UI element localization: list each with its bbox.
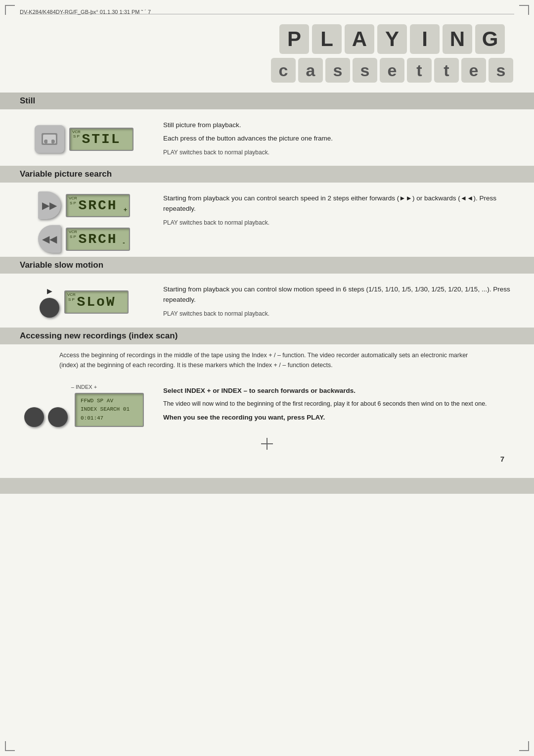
tape-icon (41, 132, 58, 146)
still-lcd-label: VCRS P (72, 130, 81, 139)
vsm-right-col: Starting from playback you can control s… (163, 283, 514, 321)
index-intro: Access the beginning of recordings in th… (59, 350, 475, 370)
index-desc3: When you see the recording you want, pre… (163, 413, 514, 423)
vps-play-note: PLAY switches back to normal playback. (163, 218, 514, 228)
still-desc1: Still picture from playback. (163, 120, 514, 131)
index-desc1: Select INDEX + or INDEX – to search forw… (163, 386, 514, 396)
title-cassettes: c a s s e t t e s (270, 57, 514, 84)
index-btn-plus[interactable] (48, 407, 68, 427)
still-desc2: Each press of the button advances the pi… (163, 134, 514, 144)
vsm-content-row: ▶ VCRS P SLoW Starting from playback you… (0, 274, 534, 327)
letter-a: a (298, 58, 323, 83)
vps-rewind-button: ◀◀ (38, 225, 61, 253)
still-play-note: PLAY switches back to normal playback. (163, 148, 514, 157)
index-right-col: Select INDEX + or INDEX – to search forw… (163, 384, 514, 427)
index-controls: – INDEX + FFWD SP AV INDEX SEARCH 01 (24, 384, 144, 427)
title-area: P L A Y I N G c a s s e t t e s (270, 18, 514, 93)
footer-bar (0, 478, 534, 494)
title-playing: P L A Y I N G (270, 23, 514, 55)
index-lcd-display: FFWD SP AV INDEX SEARCH 01 0:01:47 (75, 393, 144, 427)
letter-c: c (271, 58, 296, 83)
crosshair-h (261, 443, 273, 444)
page-number-area: 7 (0, 450, 534, 468)
letter-G: G (475, 24, 505, 54)
svg-rect-4 (47, 140, 51, 143)
page-number: 7 (500, 455, 504, 463)
letter-L: L (312, 24, 342, 54)
letter-s2: s (353, 58, 377, 83)
section-vsm-header: Variable slow motion (0, 257, 534, 274)
index-circle-buttons (24, 407, 68, 427)
vps-ffwd-button: ▶▶ (38, 191, 61, 219)
vps-ffwd-row: ▶▶ VCRS P SRCH + (38, 191, 130, 219)
letter-t2: t (434, 58, 459, 83)
index-buttons-display: FFWD SP AV INDEX SEARCH 01 0:01:47 (24, 393, 144, 427)
corner-bl (5, 741, 15, 751)
vsm-left-col: ▶ VCRS P SLoW (20, 283, 148, 321)
svg-point-3 (51, 140, 55, 143)
index-display-row3: 0:01:47 (81, 414, 138, 423)
vsm-play-note: PLAY switches back to normal playback. (163, 309, 514, 319)
vsm-buttons: ▶ (40, 287, 59, 318)
letter-s1: s (325, 58, 350, 83)
still-lcd: VCRS P STIL (69, 128, 134, 151)
section-still-header: Still (0, 93, 534, 109)
letter-e2: e (461, 58, 486, 83)
still-right-col: Still picture from playback. Each press … (163, 118, 514, 160)
letter-N: N (443, 24, 472, 54)
index-content-row: – INDEX + FFWD SP AV INDEX SEARCH 01 (0, 375, 534, 433)
vsm-lcd: VCRS P SLoW (64, 290, 129, 314)
vps-lcd-plus: VCRS P SRCH + (66, 194, 130, 217)
vps-left-col: ▶▶ VCRS P SRCH + ◀◀ VCRS P SRCH - (20, 191, 148, 253)
vsm-lcd-label: VCRS P (67, 292, 76, 302)
page-container: DV-K284/K484DY-RG/F_GB-þx° 01.1.30 1:31 … (0, 0, 534, 756)
vsm-circle-button (40, 298, 59, 318)
index-intro-area: Access the beginning of recordings in th… (0, 344, 534, 375)
index-desc2: The video will now wind to the beginning… (163, 399, 514, 409)
still-button-display: VCRS P STIL (35, 125, 134, 153)
letter-A: A (345, 24, 374, 54)
section-index-header: Accessing new recordings (index scan) (0, 328, 534, 344)
vsm-button-display: ▶ VCRS P SLoW (40, 287, 129, 318)
letter-e1: e (380, 58, 404, 83)
svg-point-2 (44, 140, 48, 143)
vps-lcd-label: VCRS P (69, 196, 77, 205)
vsm-play-icon: ▶ (47, 287, 52, 295)
bottom-crosshair-area (0, 433, 534, 450)
still-left-col: VCRS P STIL (20, 118, 148, 160)
still-content-row: VCRS P STIL Still picture from playback.… (0, 109, 534, 166)
vps-lcd-minus: VCRS P SRCH - (66, 228, 130, 251)
index-display-row2: INDEX SEARCH 01 (81, 405, 138, 414)
still-button-icon (35, 125, 64, 153)
center-crosshair (261, 438, 273, 450)
section-vps-header: Variable picture search (0, 166, 534, 183)
vps-rewind-row: ◀◀ VCRS P SRCH - (38, 225, 130, 253)
corner-br (519, 741, 529, 751)
header: DV-K284/K484DY-RG/F_GB-þx° 01.1.30 1:31 … (0, 0, 534, 14)
vps-lcd-minus-sign: - (122, 240, 127, 247)
index-label: – INDEX + (71, 384, 97, 390)
letter-P: P (279, 24, 309, 54)
vsm-desc1: Starting from playback you can control s… (163, 284, 514, 305)
vps-lcd-label2: VCRS P (69, 230, 77, 239)
letter-I: I (410, 24, 440, 54)
index-left-col: – INDEX + FFWD SP AV INDEX SEARCH 01 (20, 384, 148, 427)
letter-Y: Y (377, 24, 407, 54)
letter-s3: s (489, 58, 513, 83)
index-display-row1: FFWD SP AV (81, 397, 138, 406)
vps-right-col: Starting from playback you can control s… (163, 191, 514, 253)
doc-ref: DV-K284/K484DY-RG/F_GB-þx° 01.1.30 1:31 … (20, 9, 151, 15)
letter-t1: t (407, 58, 432, 83)
index-btn-minus[interactable] (24, 407, 44, 427)
vps-content-row: ▶▶ VCRS P SRCH + ◀◀ VCRS P SRCH - (0, 183, 534, 257)
vps-desc1: Starting from playback you can control s… (163, 193, 514, 214)
